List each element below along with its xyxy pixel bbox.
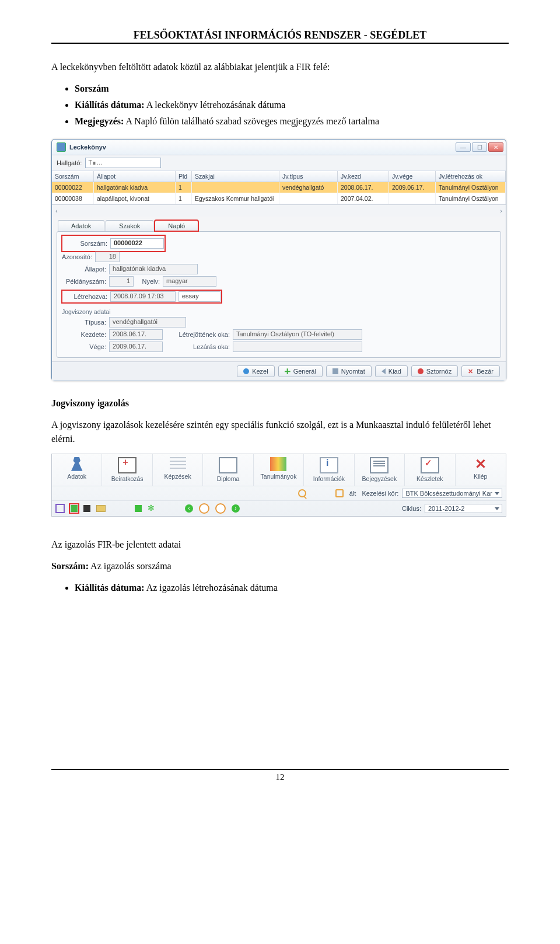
heading-igazolas: Az igazolás FIR-be jelentett adatai	[51, 538, 509, 551]
purple-square-icon[interactable]	[55, 504, 65, 513]
grid-header: Sorszám Állapot Pld Szakjai Jv.típus Jv.…	[52, 171, 506, 182]
orange-circle-icon[interactable]	[199, 503, 209, 514]
nyomtat-button[interactable]: Nyomtat	[326, 365, 372, 377]
col-jvkezd[interactable]: Jv.kezd	[338, 171, 389, 182]
tree-icon	[170, 457, 186, 471]
tab-szakok[interactable]: Szakok	[106, 220, 153, 231]
leckekonyv-window: Leckekönyv — ☐ ✕ Hallgató: T∎… Sorszám Á…	[51, 139, 506, 381]
label: Kezel	[252, 368, 268, 375]
window-titlebar: Leckekönyv — ☐ ✕	[52, 140, 506, 155]
intro-paragraph: A leckekönyvben feltöltött adatok közül …	[51, 60, 509, 74]
bullet-list-1: Sorszám Kiállítás dátuma: A leckekönyv l…	[75, 82, 509, 128]
kezkor-label: Kezelési kör:	[362, 490, 398, 497]
page-header: FELSŐOKTATÁSI INFORMÁCIÓS RENDSZER - SEG…	[51, 29, 509, 41]
tb-diploma[interactable]: Diploma	[203, 454, 253, 486]
kiad-button[interactable]: Kiad	[375, 365, 408, 377]
tb-keszletek[interactable]: Készletek	[405, 454, 455, 486]
label: Készletek	[407, 475, 453, 482]
azon-field: 18	[95, 252, 120, 262]
letre-label: Létrehozva:	[63, 293, 107, 300]
col-szakjai[interactable]: Szakjai	[192, 171, 279, 182]
text: Az igazolás sorszáma	[89, 561, 172, 571]
minimize-button[interactable]: —	[456, 142, 471, 152]
hallgato-field[interactable]: T∎…	[85, 158, 161, 168]
kezkor-select[interactable]: BTK Bölcsészettudományi Kar	[402, 489, 502, 498]
nyelv-field: magyar	[163, 276, 216, 287]
tipusa-label: Típusa:	[62, 319, 106, 326]
bezar-button[interactable]: ✕Bezár	[461, 365, 500, 377]
col-allapot[interactable]: Állapot	[94, 171, 176, 182]
person-icon	[69, 457, 85, 471]
kezel-button[interactable]: Kezel	[237, 365, 275, 377]
cell: hallgatónak kiadva	[94, 182, 176, 193]
label: Bezár	[477, 368, 494, 375]
cell: Egyszakos Kommur hallgatói	[192, 193, 279, 204]
label: Kilép	[457, 473, 504, 480]
green-square-highlight-icon[interactable]	[71, 505, 78, 512]
hallgato-label: Hallgató:	[57, 159, 82, 166]
cell	[389, 193, 436, 204]
page-number: 12	[51, 772, 509, 782]
kezdete-field: 2008.06.17.	[109, 329, 163, 340]
paragraph-jogviszony: A jogviszony igazolások kezelésére szint…	[51, 418, 509, 445]
pld-label: Példányszám:	[62, 278, 106, 285]
tb-beiratkozas[interactable]: Beiratkozás	[102, 454, 152, 486]
tb-bejegyzesek[interactable]: Bejegyzések	[355, 454, 405, 486]
close-button[interactable]: ✕	[488, 142, 503, 152]
ciklus-label: Ciklus:	[402, 505, 421, 512]
info-icon	[243, 368, 249, 374]
label: Sorszám:	[51, 561, 89, 571]
col-sorszam[interactable]: Sorszám	[52, 171, 94, 182]
notes-icon	[370, 457, 388, 473]
label: Képzések	[155, 473, 201, 480]
document-icon	[219, 457, 237, 473]
pld-field: 1	[109, 276, 134, 287]
prev-circle-icon[interactable]	[185, 504, 193, 513]
col-pld[interactable]: Pld	[176, 171, 192, 182]
b1-megjegyzes-text: A Napló fülön található szabad szöveges …	[124, 116, 379, 126]
table-row[interactable]: 00000022 hallgatónak kiadva 1 vendéghall…	[52, 182, 506, 193]
tb-kilep[interactable]: ✕Kilép	[456, 454, 506, 486]
nyelv-label: Nyelv:	[136, 278, 160, 285]
tab-adatok[interactable]: Adatok	[58, 220, 104, 231]
cell: Tanulmányi Osztályon	[436, 182, 506, 193]
label: Információk	[306, 475, 352, 482]
general-button[interactable]: Generál	[278, 365, 323, 377]
lok-label: Létrejöttének oka:	[166, 331, 230, 338]
arrow-left-icon	[382, 368, 386, 374]
jogviszony-group: Jogviszony adatai	[62, 308, 496, 315]
sztornoz-button[interactable]: Sztornóz	[411, 365, 458, 377]
col-jvtipus[interactable]: Jv.típus	[279, 171, 338, 182]
mail-icon[interactable]	[96, 505, 106, 512]
tb-informaciok[interactable]: Információk	[304, 454, 354, 486]
green-cross-icon[interactable]: ✻	[148, 504, 156, 513]
tb-kepzesek[interactable]: Képzések	[153, 454, 203, 486]
ciklus-select[interactable]: 2011-2012-2	[425, 504, 502, 513]
essay-field[interactable]: essay	[178, 291, 220, 302]
col-jvvege[interactable]: Jv.vége	[389, 171, 436, 182]
table-row[interactable]: 00000038 alapállapot, kivonat 1 Egyszako…	[52, 193, 506, 204]
tb-adatok[interactable]: Adatok	[52, 454, 102, 486]
cell: 1	[176, 193, 192, 204]
next-circle-icon[interactable]	[232, 504, 240, 513]
label: Bejegyzések	[356, 475, 402, 482]
label: Generál	[293, 368, 316, 375]
tab-naplo[interactable]: Napló	[155, 220, 198, 231]
color-bars-icon	[270, 457, 286, 471]
tb-tanulmanyok[interactable]: Tanulmányok	[254, 454, 304, 486]
allapot-field: hallgatónak kiadva	[109, 264, 198, 274]
grid-scrollbar[interactable]: ‹›	[52, 204, 506, 217]
green-asterisk-icon[interactable]	[135, 505, 142, 512]
magnifier-icon[interactable]	[298, 489, 306, 497]
orange-circle2-icon[interactable]	[215, 503, 226, 514]
orange-box-icon[interactable]	[335, 489, 344, 497]
maximize-button[interactable]: ☐	[472, 142, 487, 152]
label: Kiad	[388, 368, 401, 375]
save-icon[interactable]	[83, 505, 90, 512]
cell: 00000038	[52, 193, 94, 204]
col-jvok[interactable]: Jv.létrehozás ok	[436, 171, 506, 182]
kezdete-label: Kezdete:	[62, 331, 106, 338]
b3-kiallitas-text: Az igazolás létrehozásának dátuma	[145, 583, 278, 593]
sorszam-field[interactable]: 00000022	[110, 238, 164, 249]
label: Sztornóz	[426, 368, 452, 375]
